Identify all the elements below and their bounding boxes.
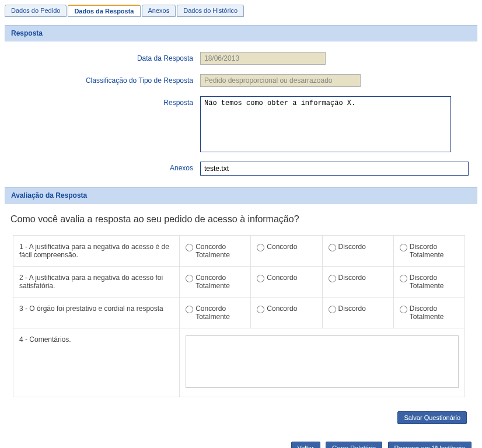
tab-dados-pedido[interactable]: Dados do Pedido: [5, 5, 67, 17]
eval-opt-label: Concordo Totalmente: [195, 243, 245, 259]
eval-opt-label: Discordo: [338, 243, 366, 251]
eval-q1-text: 1 - A justificativa para a negativa do a…: [13, 236, 180, 267]
eval-opt-label: Concordo: [267, 243, 297, 251]
eval-q2-d[interactable]: Discordo: [329, 274, 387, 282]
section-avaliacao-header: Avaliação da Resposta: [5, 187, 477, 204]
relatorio-button[interactable]: Gerar Relatório: [326, 442, 382, 448]
radio-q2-ct[interactable]: [186, 275, 193, 282]
comments-textarea[interactable]: [186, 335, 459, 388]
table-row: 3 - O órgão foi prestativo e cordial na …: [13, 298, 465, 328]
tab-dados-resposta[interactable]: Dados da Resposta: [68, 5, 140, 17]
radio-q2-d[interactable]: [329, 275, 336, 282]
eval-q2-ct[interactable]: Concordo Totalmente: [186, 274, 245, 290]
eval-opt-label: Discordo Totalmente: [410, 243, 459, 259]
eval-opt-label: Discordo: [338, 274, 366, 282]
eval-q1-d[interactable]: Discordo: [329, 243, 387, 251]
input-classificacao: [200, 74, 361, 87]
salvar-row: Salvar Questionário: [5, 411, 477, 424]
section-avaliacao: Avaliação da Resposta Como você avalia a…: [5, 187, 477, 448]
label-resposta: Resposta: [5, 96, 200, 107]
salvar-button[interactable]: Salvar Questionário: [397, 411, 467, 424]
table-row: 4 - Comentários.: [13, 328, 465, 397]
radio-q3-dt[interactable]: [400, 306, 407, 313]
eval-q2-dt[interactable]: Discordo Totalmente: [400, 274, 459, 290]
section-resposta: Resposta Data da Resposta Classificação …: [5, 25, 477, 176]
input-anexos: [200, 162, 469, 176]
label-data-resposta: Data da Resposta: [5, 52, 200, 62]
eval-q3-c[interactable]: Concordo: [257, 304, 316, 313]
label-classificacao: Classificação do Tipo de Resposta: [5, 74, 200, 85]
eval-q3-dt[interactable]: Discordo Totalmente: [400, 304, 459, 321]
eval-opt-label: Concordo Totalmente: [195, 274, 245, 290]
avaliacao-question-title: Como você avalia a resposta ao seu pedid…: [11, 214, 477, 225]
eval-opt-label: Concordo: [267, 304, 297, 313]
eval-q3-text: 3 - O órgão foi prestativo e cordial na …: [13, 298, 180, 328]
radio-q3-d[interactable]: [329, 306, 336, 313]
input-data-resposta: [200, 52, 326, 65]
bottom-button-row: Voltar Gerar Relatório Recorrer em 1ª In…: [5, 442, 477, 448]
eval-q3-d[interactable]: Discordo: [329, 304, 387, 313]
radio-q2-dt[interactable]: [400, 275, 407, 282]
voltar-button[interactable]: Voltar: [291, 442, 320, 448]
radio-q2-c[interactable]: [257, 275, 264, 282]
radio-q1-ct[interactable]: [186, 244, 193, 251]
radio-q1-d[interactable]: [329, 244, 336, 251]
eval-opt-label: Concordo: [267, 274, 297, 282]
eval-q4-text: 4 - Comentários.: [13, 328, 180, 397]
eval-table: 1 - A justificativa para a negativa do a…: [13, 235, 465, 397]
radio-q3-ct[interactable]: [186, 306, 193, 313]
eval-opt-label: Discordo: [338, 304, 366, 313]
radio-q1-dt[interactable]: [400, 244, 407, 251]
eval-q1-c[interactable]: Concordo: [257, 243, 316, 251]
table-row: 2 - A justificativa para a negativa do a…: [13, 267, 465, 298]
textarea-resposta: [200, 96, 451, 152]
radio-q1-c[interactable]: [257, 244, 264, 251]
label-anexos: Anexos: [5, 162, 200, 172]
eval-opt-label: Concordo Totalmente: [195, 304, 245, 321]
radio-q3-c[interactable]: [257, 306, 264, 313]
eval-q3-ct[interactable]: Concordo Totalmente: [186, 304, 245, 321]
eval-opt-label: Discordo Totalmente: [410, 304, 459, 321]
tab-anexos[interactable]: Anexos: [142, 5, 176, 17]
tabs: Dados do Pedido Dados da Resposta Anexos…: [5, 5, 477, 17]
eval-q1-dt[interactable]: Discordo Totalmente: [400, 243, 459, 259]
eval-q2-c[interactable]: Concordo: [257, 274, 316, 282]
recorrer-button[interactable]: Recorrer em 1ª Instância: [388, 442, 471, 448]
eval-opt-label: Discordo Totalmente: [410, 274, 459, 290]
eval-q2-text: 2 - A justificativa para a negativa do a…: [13, 267, 180, 298]
tab-dados-historico[interactable]: Dados do Histórico: [177, 5, 244, 17]
table-row: 1 - A justificativa para a negativa do a…: [13, 236, 465, 267]
eval-q1-ct[interactable]: Concordo Totalmente: [186, 243, 245, 259]
section-resposta-header: Resposta: [5, 25, 477, 41]
